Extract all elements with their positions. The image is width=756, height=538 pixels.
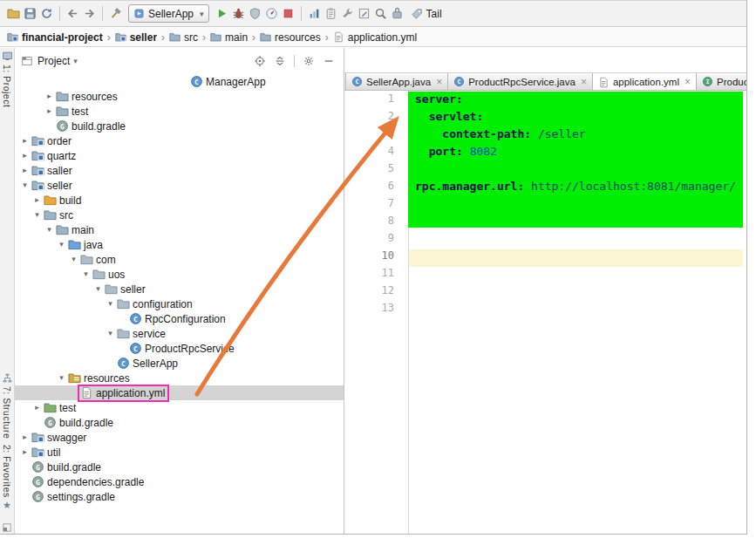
code-line[interactable]: servlet: bbox=[344, 110, 746, 127]
tree-item-seller[interactable]: ▾seller bbox=[15, 282, 344, 296]
tree-item-configuration[interactable]: ▾configuration bbox=[15, 296, 344, 311]
editor-tab-application-yml[interactable]: application.yml× bbox=[592, 72, 697, 91]
coverage-icon[interactable] bbox=[247, 4, 263, 24]
collapse-all-icon[interactable] bbox=[274, 55, 286, 67]
run-config-select[interactable]: SellerApp▾ bbox=[128, 4, 209, 23]
hide-icon[interactable] bbox=[323, 55, 335, 67]
toolwindow-button-project[interactable]: 1: Project bbox=[0, 51, 14, 107]
tree-item-swagger[interactable]: ▸swagger bbox=[15, 430, 344, 445]
chevron-collapsed-icon[interactable]: ▸ bbox=[44, 104, 55, 119]
chevron-expanded-icon[interactable]: ▾ bbox=[80, 267, 92, 282]
chevron-collapsed-icon[interactable]: ▸ bbox=[19, 148, 31, 163]
tree-item-build-gradle[interactable]: Gbuild.gradle bbox=[15, 119, 344, 133]
code-line[interactable] bbox=[344, 249, 746, 267]
code-line[interactable] bbox=[344, 284, 746, 302]
tree-item-build[interactable]: ▸build bbox=[15, 193, 344, 208]
tree-item-build-gradle[interactable]: Gbuild.gradle bbox=[15, 415, 344, 430]
tree-item-main[interactable]: ▾main bbox=[15, 222, 344, 237]
tree-item-sellerapp[interactable]: CSellerApp bbox=[15, 356, 344, 371]
close-icon[interactable]: × bbox=[581, 77, 587, 87]
chevron-collapsed-icon[interactable]: ▸ bbox=[44, 89, 55, 104]
profile-icon[interactable] bbox=[263, 4, 280, 24]
tree-item-seller[interactable]: ▾seller bbox=[15, 178, 344, 193]
profiler-icon[interactable] bbox=[306, 4, 323, 24]
chevron-expanded-icon[interactable]: ▾ bbox=[105, 296, 116, 311]
chevron-collapsed-icon[interactable]: ▸ bbox=[19, 445, 31, 460]
stop-icon[interactable] bbox=[280, 4, 296, 24]
locate-icon[interactable] bbox=[254, 55, 266, 67]
editor-tab-sellerapp-java[interactable]: CSellerApp.java× bbox=[345, 72, 448, 90]
chevron-expanded-icon[interactable]: ▾ bbox=[92, 282, 104, 296]
close-icon[interactable]: × bbox=[436, 77, 442, 87]
toolwindow-anchor-icon[interactable] bbox=[2, 521, 12, 531]
debug-icon[interactable] bbox=[230, 4, 247, 24]
tree-item-saller[interactable]: ▸saller bbox=[15, 163, 344, 178]
close-icon[interactable]: × bbox=[684, 77, 691, 87]
tree-item-productrpcservice[interactable]: CProductRpcService bbox=[15, 341, 344, 356]
tree-item-resources[interactable]: ▾resources bbox=[15, 371, 344, 385]
project-panel-title[interactable]: Project bbox=[37, 55, 70, 67]
tree-item-test[interactable]: ▸test bbox=[15, 104, 344, 119]
chevron-collapsed-icon[interactable]: ▸ bbox=[19, 430, 31, 445]
code-line[interactable] bbox=[344, 215, 746, 232]
chevron-expanded-icon[interactable]: ▾ bbox=[56, 237, 67, 252]
chevron-expanded-icon[interactable]: ▾ bbox=[68, 252, 79, 267]
search-icon[interactable] bbox=[372, 4, 389, 24]
chevron-collapsed-icon[interactable]: ▸ bbox=[19, 133, 31, 148]
tree-item-build-gradle[interactable]: Gbuild.gradle bbox=[15, 460, 344, 474]
tree-item-util[interactable]: ▸util bbox=[15, 445, 344, 460]
edit-icon[interactable] bbox=[356, 4, 372, 24]
tail-button[interactable]: Tail bbox=[411, 8, 442, 20]
sync-icon[interactable] bbox=[38, 4, 55, 24]
tree-item-test[interactable]: ▸test bbox=[15, 400, 344, 415]
tree-item-order[interactable]: ▸order bbox=[15, 133, 344, 148]
tree-item-src[interactable]: ▾src bbox=[15, 208, 344, 222]
code-line[interactable] bbox=[344, 302, 746, 319]
code-line[interactable] bbox=[344, 267, 746, 284]
chevron-expanded-icon[interactable]: ▾ bbox=[44, 222, 55, 237]
editor-tab-productrpcservice-java[interactable]: CProductRpcService.java× bbox=[447, 72, 593, 90]
tree-item-service[interactable]: ▾service bbox=[15, 326, 344, 341]
code-line[interactable]: port: 8082 bbox=[344, 145, 746, 162]
breadcrumb-item-seller[interactable]: seller bbox=[115, 31, 157, 44]
open-icon[interactable] bbox=[5, 4, 22, 24]
chevron-expanded-icon[interactable]: ▾ bbox=[105, 326, 116, 341]
chevron-collapsed-icon[interactable]: ▸ bbox=[31, 400, 43, 415]
settings-icon[interactable] bbox=[303, 55, 315, 67]
chevron-expanded-icon[interactable]: ▾ bbox=[31, 208, 43, 222]
tree-item-settings-gradle[interactable]: Gsettings.gradle bbox=[15, 489, 344, 504]
plugins-icon[interactable] bbox=[389, 4, 405, 24]
tree-item-managerapp[interactable]: CManagerApp bbox=[15, 74, 344, 89]
chevron-expanded-icon[interactable]: ▾ bbox=[19, 178, 31, 193]
tree-item-com[interactable]: ▾com bbox=[15, 252, 344, 267]
tree-item-dependencies-gradle[interactable]: Gdependencies.gradle bbox=[15, 474, 344, 489]
tree-item-uos[interactable]: ▾uos bbox=[15, 267, 344, 282]
tree-item-rpcconfiguration[interactable]: CRpcConfiguration bbox=[15, 311, 344, 326]
wrench-icon[interactable] bbox=[339, 4, 356, 24]
breadcrumb-item-resources[interactable]: resources bbox=[260, 31, 321, 44]
clipboard-icon[interactable] bbox=[323, 4, 339, 24]
chevron-collapsed-icon[interactable]: ▸ bbox=[19, 163, 31, 178]
chevron-expanded-icon[interactable]: ▾ bbox=[56, 371, 67, 385]
chevron-down-icon[interactable]: ▾ bbox=[73, 57, 78, 65]
code-line[interactable] bbox=[344, 232, 746, 249]
breadcrumb-item-src[interactable]: src bbox=[169, 31, 198, 44]
back-icon[interactable] bbox=[65, 4, 81, 24]
editor-body[interactable]: 12345678910111213 server: servlet: conte… bbox=[344, 91, 746, 534]
chevron-collapsed-icon[interactable]: ▸ bbox=[31, 193, 43, 208]
forward-icon[interactable] bbox=[81, 4, 98, 24]
breadcrumb-item-main[interactable]: main bbox=[210, 31, 248, 44]
save-icon[interactable] bbox=[22, 4, 38, 24]
toolwindow-button-favorites[interactable]: 2: Favorites ★ bbox=[0, 445, 14, 510]
code-line[interactable] bbox=[344, 162, 746, 180]
run-icon[interactable] bbox=[214, 4, 230, 24]
breadcrumb-item-application-yml[interactable]: application.yml bbox=[333, 31, 417, 44]
code-line[interactable] bbox=[344, 197, 746, 215]
hammer-icon[interactable] bbox=[107, 4, 124, 24]
tree-item-application-yml[interactable]: application.yml bbox=[15, 385, 344, 400]
tree-item-quartz[interactable]: ▸quartz bbox=[15, 148, 344, 163]
toolwindow-button-structure[interactable]: 7: Structure bbox=[0, 372, 14, 439]
breadcrumb-item-financial-project[interactable]: financial-project bbox=[7, 31, 103, 44]
code-line[interactable]: context-path: /seller bbox=[344, 127, 746, 145]
editor-tab-productrpc[interactable]: IProductRpc. bbox=[696, 72, 746, 90]
